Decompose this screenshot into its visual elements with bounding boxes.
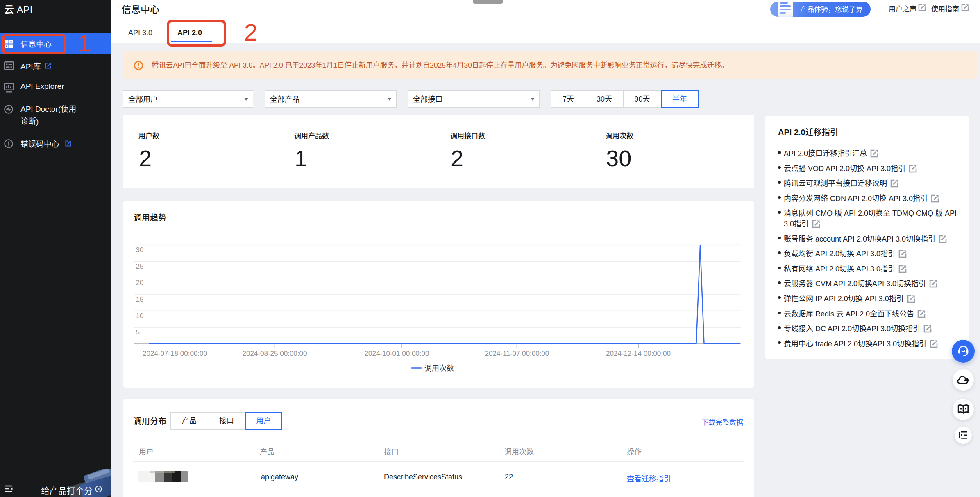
svg-text:15: 15: [136, 296, 144, 303]
svg-text:2024-08-25 00:00:00: 2024-08-25 00:00:00: [243, 350, 307, 357]
svg-text:30: 30: [136, 246, 144, 254]
svg-text:20: 20: [136, 279, 144, 287]
svg-text:2024-11-07 00:00:00: 2024-11-07 00:00:00: [485, 350, 549, 357]
svg-text:2024-07-18 00:00:00: 2024-07-18 00:00:00: [143, 350, 207, 357]
svg-text:2024-12-14 00:00:00: 2024-12-14 00:00:00: [606, 350, 671, 357]
svg-text:5: 5: [136, 328, 140, 336]
svg-text:2024-10-01 00:00:00: 2024-10-01 00:00:00: [365, 350, 429, 357]
svg-text:10: 10: [136, 312, 144, 320]
svg-text:调用次数: 调用次数: [424, 364, 454, 373]
svg-text:25: 25: [136, 262, 144, 270]
